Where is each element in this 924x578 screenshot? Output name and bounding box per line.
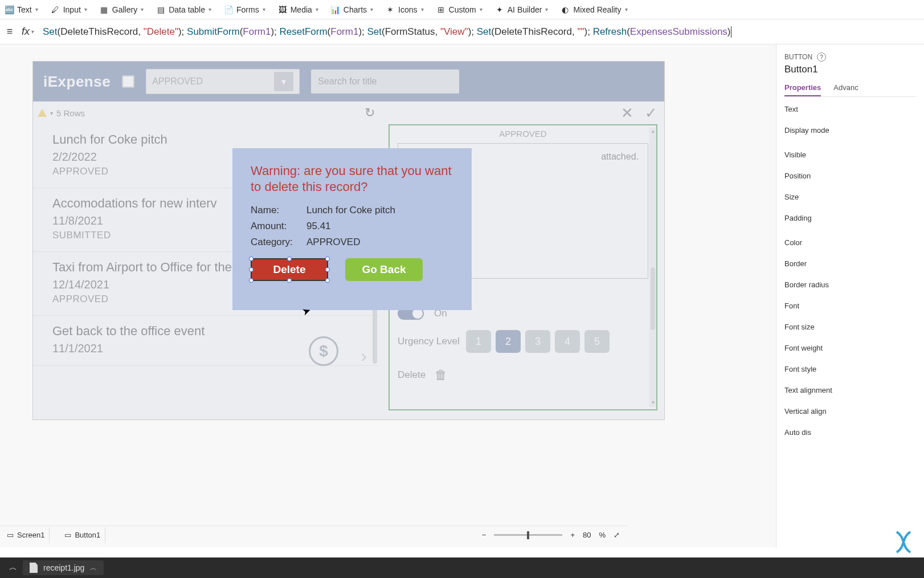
zoom-slider[interactable]: [494, 534, 562, 536]
list-item[interactable]: Get back to the office event11/1/2021$›: [33, 316, 379, 366]
ribbon-gallery[interactable]: ▦Gallery▾: [100, 5, 144, 14]
chevron-right-icon[interactable]: ›: [361, 345, 367, 367]
selection-handle[interactable]: [249, 278, 254, 283]
property-visible[interactable]: Visible: [784, 150, 916, 159]
chevron-down-icon[interactable]: ▾: [50, 110, 53, 116]
tab-properties[interactable]: Properties: [784, 83, 821, 96]
urgency-level-2[interactable]: 2: [496, 330, 521, 353]
close-icon[interactable]: ✕: [621, 104, 633, 122]
property-font-style[interactable]: Font style: [784, 365, 916, 373]
filter-checkbox[interactable]: [122, 75, 134, 88]
ribbon-item-label: Icons: [398, 5, 417, 14]
urgency-level-3[interactable]: 3: [525, 330, 550, 353]
download-chip[interactable]: receipt1.jpg ︿: [23, 560, 104, 575]
formula-input[interactable]: Set(DeleteThisRecord, "Delete"); SubmitF…: [39, 23, 921, 40]
chevron-down-icon: ▾: [421, 6, 424, 13]
ai-builder-icon: ✦: [495, 5, 504, 14]
fx-label[interactable]: fx ▾: [22, 26, 34, 38]
property-display-mode[interactable]: Display mode: [784, 126, 916, 135]
ribbon-input[interactable]: 🖊Input▾: [51, 5, 87, 14]
rows-count: 5 Rows: [56, 108, 85, 118]
attachment-text: attached.: [601, 152, 639, 161]
chevron-down-icon: ▾: [84, 6, 87, 13]
property-font-size[interactable]: Font size: [784, 323, 916, 331]
modal-category-value: APPROVED: [306, 237, 360, 248]
ribbon-data-table[interactable]: ▤Data table▾: [156, 5, 211, 14]
ribbon-text[interactable]: 🔤Text▾: [5, 5, 38, 14]
property-auto-dis[interactable]: Auto dis: [784, 428, 916, 437]
warning-icon: [38, 109, 47, 117]
chevron-up-icon[interactable]: ︿: [90, 563, 97, 573]
chevron-down-icon: ▾: [263, 6, 265, 13]
fit-screen-icon[interactable]: ⤢: [614, 531, 620, 539]
delete-label: Delete: [398, 369, 426, 381]
selection-handle[interactable]: [325, 278, 330, 283]
ribbon-icons[interactable]: ✶Icons▾: [386, 5, 423, 14]
chevron-down-icon: ▾: [141, 6, 144, 13]
property-padding[interactable]: Padding: [784, 214, 916, 222]
chevron-down-icon: ▾: [316, 6, 318, 13]
property-text-alignment[interactable]: Text alignment: [784, 386, 916, 394]
property-font[interactable]: Font: [784, 302, 916, 310]
ribbon-item-label: AI Builder: [508, 5, 542, 14]
scroll-thumb[interactable]: [651, 267, 655, 330]
selection-handle[interactable]: [249, 267, 254, 272]
item-title: Lunch for Coke pitch: [52, 132, 369, 147]
property-vertical-align[interactable]: Vertical align: [784, 407, 916, 416]
urgency-level-4[interactable]: 4: [555, 330, 580, 353]
chevron-down-icon: ▾: [35, 6, 38, 13]
delete-confirm-modal: Warning: are you sure that you want to d…: [232, 148, 472, 310]
accept-icon[interactable]: ✓: [645, 104, 657, 122]
property-border[interactable]: Border: [784, 259, 916, 268]
input-icon: 🖊: [51, 5, 60, 14]
modal-category-key: Category:: [251, 237, 296, 248]
delete-button[interactable]: Delete: [251, 258, 328, 281]
tab-advanced[interactable]: Advanc: [833, 83, 858, 96]
selection-handle[interactable]: [287, 278, 292, 283]
data-table-icon: ▤: [156, 5, 165, 14]
form-scrollbar[interactable]: ▴ ▾: [649, 128, 656, 407]
menu-icon[interactable]: ≡: [3, 26, 16, 38]
list-toolbar: ▾ 5 Rows ↻: [33, 101, 379, 124]
property-size[interactable]: Size: [784, 193, 916, 201]
scroll-up-icon[interactable]: ▴: [649, 128, 656, 136]
property-position[interactable]: Position: [784, 172, 916, 180]
property-color[interactable]: Color: [784, 238, 916, 247]
chevron-down-icon: ▾: [208, 6, 211, 13]
modal-name-key: Name:: [251, 205, 296, 216]
fx-text: fx: [22, 26, 30, 38]
go-back-button-label: Go Back: [362, 263, 406, 276]
search-input[interactable]: Search for title: [311, 70, 459, 93]
help-icon[interactable]: ?: [817, 52, 826, 62]
ribbon-mixed-reality[interactable]: ◐Mixed Reality▾: [561, 5, 627, 14]
ribbon-ai-builder[interactable]: ✦AI Builder▾: [495, 5, 549, 14]
ribbon-media[interactable]: 🖼Media▾: [278, 5, 318, 14]
ribbon-custom[interactable]: ⊞Custom▾: [436, 5, 483, 14]
breadcrumb-screen[interactable]: ▭ Screen1: [2, 527, 50, 543]
filter-dropdown-value: APPROVED: [152, 76, 203, 87]
urgency-level-1[interactable]: 1: [466, 330, 491, 353]
refresh-icon[interactable]: ↻: [365, 105, 375, 120]
property-text[interactable]: Text: [784, 105, 916, 113]
selection-handle[interactable]: [325, 267, 330, 272]
breadcrumb-control[interactable]: ▭ Button1: [60, 527, 105, 543]
selection-handle[interactable]: [325, 257, 330, 261]
zoom-out-icon[interactable]: −: [482, 531, 486, 539]
control-name[interactable]: Button1: [784, 64, 916, 75]
urgency-level-5[interactable]: 5: [584, 330, 610, 353]
filter-dropdown[interactable]: APPROVED ▾: [146, 69, 300, 94]
ribbon-charts[interactable]: 📊Charts▾: [331, 5, 373, 14]
property-font-weight[interactable]: Font weight: [784, 344, 916, 352]
zoom-in-icon[interactable]: +: [570, 531, 575, 539]
ribbon-forms[interactable]: 📄Forms▾: [224, 5, 265, 14]
property-border-radius[interactable]: Border radius: [784, 280, 916, 289]
zoom-controls: − + 80 % ⤢: [474, 526, 628, 544]
selection-handle[interactable]: [249, 257, 254, 261]
selection-handle[interactable]: [287, 257, 292, 261]
scroll-down-icon[interactable]: ▾: [649, 399, 656, 407]
go-back-button[interactable]: Go Back: [345, 258, 423, 281]
dollar-icon: $: [309, 336, 338, 366]
custom-icon: ⊞: [436, 5, 445, 14]
trash-icon[interactable]: 🗑: [435, 368, 447, 382]
chevron-up-icon[interactable]: ︿: [9, 563, 17, 573]
